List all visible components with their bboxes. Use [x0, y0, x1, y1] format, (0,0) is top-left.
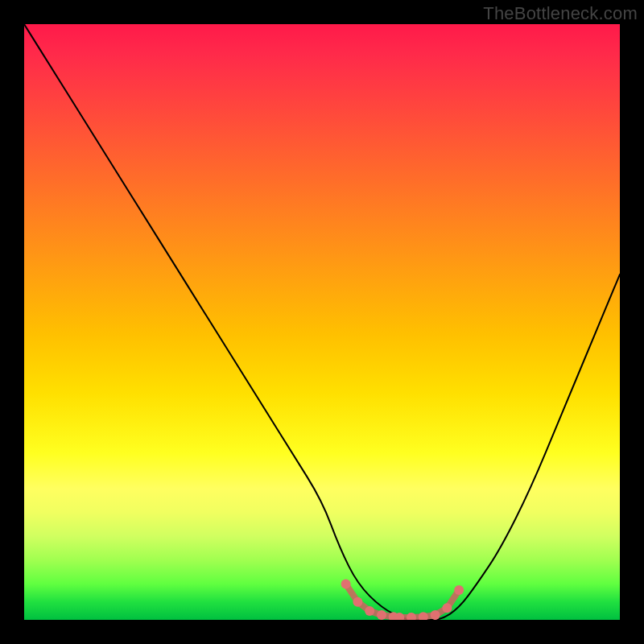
chart-container: TheBottleneck.com — [0, 0, 644, 644]
marker-dot — [454, 585, 464, 595]
chart-svg — [24, 24, 620, 620]
bottleneck-curve — [24, 24, 620, 620]
marker-dot — [407, 613, 416, 620]
marker-dot — [431, 610, 440, 620]
marker-dot — [341, 580, 351, 589]
marker-dot — [442, 603, 452, 613]
plot-area — [24, 24, 620, 620]
optimal-range-marker — [341, 580, 464, 620]
marker-dot — [353, 597, 362, 607]
marker-dot — [377, 610, 386, 620]
marker-dot — [365, 606, 374, 616]
watermark-text: TheBottleneck.com — [483, 3, 638, 24]
